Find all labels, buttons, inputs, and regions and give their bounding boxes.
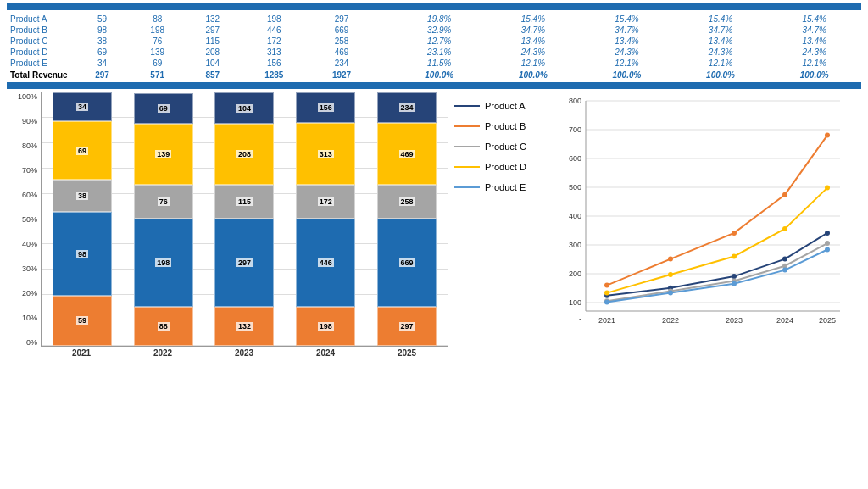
revenue-table: Product A598813219829719.8%15.4%15.4%15.… [7,12,861,81]
total-val-3: 1285 [240,69,308,81]
legend-label-d: Product D [485,162,526,172]
pct-val-2-2: 13.4% [580,36,674,47]
legend-item-d: Product D [454,162,548,172]
pct-val-0-4: 15.4% [767,14,861,25]
bar-label: 139 [155,150,171,158]
bar-label: 469 [399,150,415,158]
legend-line-a [454,105,480,107]
bar-chart-container: 100% 90% 80% 70% 60% 50% 40% 30% 20% 10%… [7,92,448,358]
x-axis-labels: 20212022202320242025 [41,347,448,358]
pct-val-3-1: 24.3% [487,47,581,58]
data-val-0-1: 88 [130,14,185,25]
svg-point-47 [782,268,787,273]
x-axis-label: 2022 [122,347,203,358]
top-section: Product A598813219829719.8%15.4%15.4%15.… [0,0,868,82]
total-pct-3: 100.0% [674,69,768,81]
bar-segment-product_d: 469 [377,123,437,185]
bar-segment-product_a: 132 [214,307,274,346]
svg-point-28 [825,231,830,236]
pct-val-3-3: 24.3% [674,47,768,58]
total-row: Total Revenue29757185712851927100.0%100.… [7,69,861,81]
svg-text:2022: 2022 [662,316,679,325]
data-val-2-1: 76 [130,36,185,47]
bottom-section: 100% 90% 80% 70% 60% 50% 40% 30% 20% 10%… [0,82,868,361]
data-val-3-4: 469 [308,47,376,58]
svg-text:500: 500 [569,183,581,192]
top-table-title [7,3,861,10]
pct-val-1-1: 34.7% [487,25,581,36]
data-val-3-2: 208 [185,47,240,58]
svg-point-45 [668,291,673,296]
bar-group: 5998386934 [42,92,123,346]
bar-label: 34 [76,103,88,111]
data-val-3-0: 69 [75,47,130,58]
svg-point-43 [825,186,830,191]
svg-text:300: 300 [569,241,581,249]
bar-segment-product_c: 172 [296,185,355,219]
pct-val-4-3: 12.1% [674,58,768,69]
bar-segment-product_e: 156 [296,92,355,123]
data-val-0-2: 132 [185,14,240,25]
svg-text:2025: 2025 [819,316,836,325]
svg-text:800: 800 [569,97,581,105]
row-label-3: Product D [7,47,75,58]
pct-val-0-1: 15.4% [487,14,581,25]
pct-val-3-0: 23.1% [392,47,487,58]
svg-point-48 [825,247,830,253]
x-axis-label: 2023 [203,347,285,358]
bar-label: 234 [399,103,415,112]
pct-val-4-4: 12.1% [767,58,861,69]
pct-val-2-0: 12.7% [392,36,487,47]
bar-label: 156 [318,103,334,112]
pct-val-0-3: 15.4% [674,14,768,25]
bar-segment-product_c: 38 [53,180,112,212]
pct-val-1-4: 34.7% [767,25,861,36]
bar-label: 297 [236,258,253,267]
pct-val-4-2: 12.1% [580,58,674,69]
line-chart-container: Product A Product B Product C Produ [454,92,861,358]
data-val-2-2: 115 [185,36,240,47]
pct-val-1-2: 34.7% [580,25,674,36]
bar-label: 208 [236,150,253,158]
legend-label-b: Product B [485,121,526,131]
bar-label: 98 [76,250,88,258]
bar-segment-product_a: 297 [377,307,437,346]
svg-text:-: - [579,314,581,323]
table-row: Product C387611517225812.7%13.4%13.4%13.… [7,36,861,47]
bar-chart-area: 5998386934881987613969132297115208104198… [41,92,448,347]
y-axis-labels: 100% 90% 80% 70% 60% 50% 40% 30% 20% 10%… [7,92,37,347]
legend-item-e: Product E [454,182,548,192]
legend-label-a: Product A [485,101,526,111]
data-val-3-1: 139 [130,47,185,58]
svg-point-32 [782,192,787,197]
total-val-1: 571 [130,69,185,81]
data-val-1-3: 446 [240,25,308,36]
row-label-1: Product B [7,25,75,36]
svg-text:200: 200 [569,270,581,278]
svg-point-31 [732,231,737,236]
svg-point-39 [604,291,609,296]
svg-point-33 [825,133,830,138]
table-row: Product D6913920831346923.1%24.3%24.3%24… [7,47,861,58]
line-chart-area: 800 700 600 500 400 300 200 100 - 2021 2… [548,92,861,355]
data-val-4-2: 104 [185,58,240,69]
charts-row: 100% 90% 80% 70% 60% 50% 40% 30% 20% 10%… [7,92,861,358]
data-val-0-3: 198 [240,14,308,25]
data-val-2-4: 258 [308,36,376,47]
svg-text:2021: 2021 [598,316,615,325]
svg-text:400: 400 [569,212,581,220]
bar-segment-product_c: 258 [377,185,437,219]
bar-segment-product_e: 34 [53,92,112,121]
svg-point-26 [732,274,737,279]
pct-val-1-3: 34.7% [674,25,768,36]
total-pct-2: 100.0% [580,69,674,81]
bar-label: 104 [236,104,253,113]
data-val-4-3: 156 [240,58,308,69]
bar-segment-product_a: 59 [53,296,112,346]
total-val-2: 857 [185,69,240,81]
table-row: Product E346910415623411.5%12.1%12.1%12.… [7,58,861,69]
svg-point-38 [825,241,830,246]
bar-label: 446 [318,258,334,267]
bar-group: 297669258469234 [366,92,448,346]
bar-segment-product_d: 208 [214,124,274,186]
